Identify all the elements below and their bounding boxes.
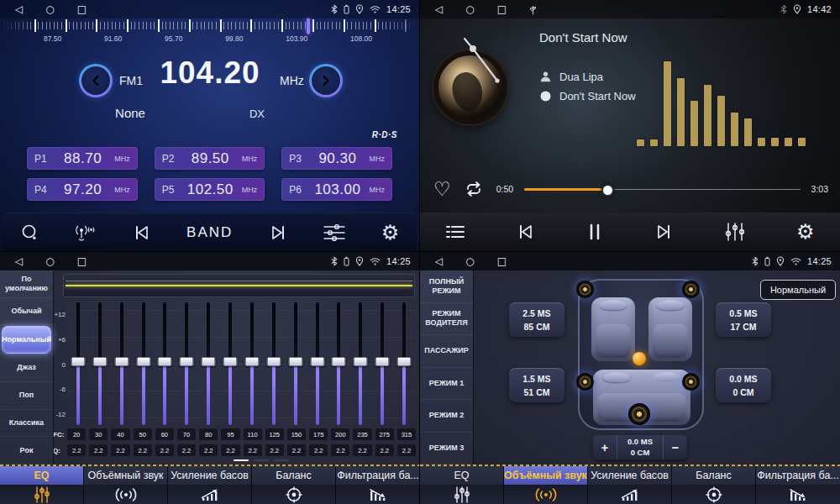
eq-band-q[interactable]: 2.2: [111, 444, 129, 456]
eq-band-slider[interactable]: [285, 300, 307, 428]
settings-button[interactable]: ⚙: [381, 223, 400, 243]
eq-band-slider[interactable]: [393, 300, 415, 428]
recents-icon[interactable]: □: [497, 4, 507, 15]
eq-slider-handle[interactable]: [310, 357, 324, 366]
surround-icon[interactable]: [84, 485, 167, 504]
tune-down-button[interactable]: [79, 64, 113, 97]
tuner-scale[interactable]: 87.5091.6095.7099.80103.90108.00: [3, 19, 416, 50]
preset-button[interactable]: P5 102.50 MHz: [155, 178, 265, 201]
broadcast-button[interactable]: [73, 223, 97, 242]
eq-band-slider[interactable]: [328, 300, 350, 428]
eq-sliders-icon[interactable]: [0, 485, 83, 504]
eq-band-fc[interactable]: 175: [309, 428, 328, 440]
front-left-delay-button[interactable]: 2.5 MS 85 CM: [509, 302, 564, 337]
eq-band-q[interactable]: 2.2: [397, 444, 416, 456]
eq-slider-handle[interactable]: [180, 357, 194, 366]
home-icon[interactable]: ○: [45, 256, 54, 266]
delay-decrease-button[interactable]: −: [663, 435, 687, 459]
settings-button[interactable]: ⚙: [796, 222, 815, 242]
tab-filter[interactable]: Фильтрация ба...: [756, 466, 840, 504]
tab-bass-boost[interactable]: Усиление басов: [168, 466, 252, 504]
preset-button[interactable]: P6 103.00 MHz: [281, 178, 392, 201]
eq-band-q[interactable]: 2.2: [287, 444, 306, 456]
eq-slider-handle[interactable]: [288, 357, 302, 366]
equalizer-button[interactable]: [725, 223, 745, 241]
eq-band-slider[interactable]: [263, 300, 285, 428]
eq-band-fc[interactable]: 150: [287, 428, 306, 440]
eq-slider-handle[interactable]: [114, 357, 129, 366]
eq-band-slider[interactable]: [133, 300, 155, 428]
tune-up-button[interactable]: [309, 64, 343, 97]
eq-slider-handle[interactable]: [202, 357, 216, 366]
listening-mode-item[interactable]: РЕЖИМ 3: [420, 433, 473, 465]
listening-mode-item[interactable]: РЕЖИМ 1: [420, 368, 473, 401]
eq-slider-handle[interactable]: [136, 357, 150, 366]
audio-settings-button[interactable]: [323, 223, 346, 242]
preset-button[interactable]: P1 88.70 MHz: [27, 147, 138, 170]
eq-band-fc[interactable]: 315: [397, 428, 416, 440]
eq-band-fc[interactable]: 50: [134, 428, 152, 440]
eq-slider-handle[interactable]: [266, 357, 281, 366]
preset-button[interactable]: P4 97.20 MHz: [27, 178, 138, 201]
eq-band-fc[interactable]: 80: [199, 428, 218, 440]
sound-profile-button[interactable]: Нормальный: [760, 280, 836, 300]
eq-slider-handle[interactable]: [92, 357, 107, 366]
listening-mode-item[interactable]: ПОЛНЫЙ РЕЖИМ: [420, 270, 473, 303]
tab-label[interactable]: Фильтрация ба...: [336, 466, 420, 485]
eq-slider-handle[interactable]: [375, 357, 390, 366]
home-icon[interactable]: ○: [45, 4, 54, 14]
tab-label[interactable]: EQ: [420, 466, 503, 485]
eq-band-q[interactable]: 2.2: [221, 444, 239, 456]
eq-preset-item[interactable]: Обычай: [0, 298, 53, 326]
surround-icon[interactable]: [504, 485, 587, 504]
eq-band-slider[interactable]: [197, 300, 219, 428]
eq-band-slider[interactable]: [219, 300, 241, 428]
filter-icon[interactable]: [336, 485, 420, 504]
repeat-button[interactable]: [462, 181, 486, 197]
previous-track-button[interactable]: [516, 223, 536, 240]
recents-icon[interactable]: □: [77, 4, 87, 14]
eq-band-q[interactable]: 2.2: [134, 444, 152, 456]
eq-band-fc[interactable]: 275: [375, 428, 394, 440]
front-right-delay-button[interactable]: 0.5 MS 17 CM: [716, 302, 771, 337]
eq-band-fc[interactable]: 110: [244, 428, 262, 440]
eq-band-q[interactable]: 2.2: [265, 444, 284, 456]
tab-label[interactable]: Усиление басов: [168, 466, 251, 485]
previous-station-button[interactable]: [132, 224, 152, 241]
eq-band-fc[interactable]: 40: [111, 428, 129, 440]
delay-increase-button[interactable]: +: [593, 435, 617, 459]
eq-band-slider[interactable]: [176, 300, 197, 428]
eq-slider-handle[interactable]: [223, 357, 238, 366]
next-station-button[interactable]: [268, 224, 288, 241]
eq-band-q[interactable]: 2.2: [155, 444, 174, 456]
eq-band-slider[interactable]: [155, 300, 176, 428]
home-icon[interactable]: ○: [465, 4, 474, 15]
eq-preset-item[interactable]: Рок: [0, 437, 53, 465]
listening-mode-item[interactable]: РЕЖИМ 2: [420, 400, 473, 433]
eq-band-fc[interactable]: 70: [177, 428, 196, 440]
band-button[interactable]: BAND: [186, 224, 233, 241]
eq-band-q[interactable]: 2.2: [244, 444, 262, 456]
eq-band-q[interactable]: 2.2: [375, 444, 394, 456]
eq-band-slider[interactable]: [307, 300, 328, 428]
eq-band-q[interactable]: 2.2: [309, 444, 328, 456]
balance-icon[interactable]: [252, 485, 335, 504]
tab-label[interactable]: Баланс: [252, 466, 335, 485]
preset-button[interactable]: P3 90.30 MHz: [281, 147, 392, 170]
tab-surround[interactable]: Объёмный звук: [504, 466, 588, 504]
eq-preset-item[interactable]: Джаз: [0, 354, 53, 382]
eq-band-q[interactable]: 2.2: [177, 444, 196, 456]
tab-eq[interactable]: EQ: [420, 466, 504, 504]
eq-band-q[interactable]: 2.2: [199, 444, 218, 456]
playlist-button[interactable]: [446, 225, 465, 239]
eq-band-fc[interactable]: 200: [331, 428, 349, 440]
back-icon[interactable]: ◁: [15, 4, 23, 14]
eq-slider-handle[interactable]: [354, 357, 368, 366]
listening-position-marker[interactable]: [633, 352, 646, 365]
eq-slider-handle[interactable]: [158, 357, 172, 366]
eq-band-slider[interactable]: [89, 300, 111, 428]
eq-band-slider[interactable]: [111, 300, 133, 428]
tab-filter[interactable]: Фильтрация ба...: [336, 466, 420, 504]
eq-preset-item[interactable]: Поп: [0, 382, 53, 410]
tab-label[interactable]: EQ: [0, 466, 83, 485]
